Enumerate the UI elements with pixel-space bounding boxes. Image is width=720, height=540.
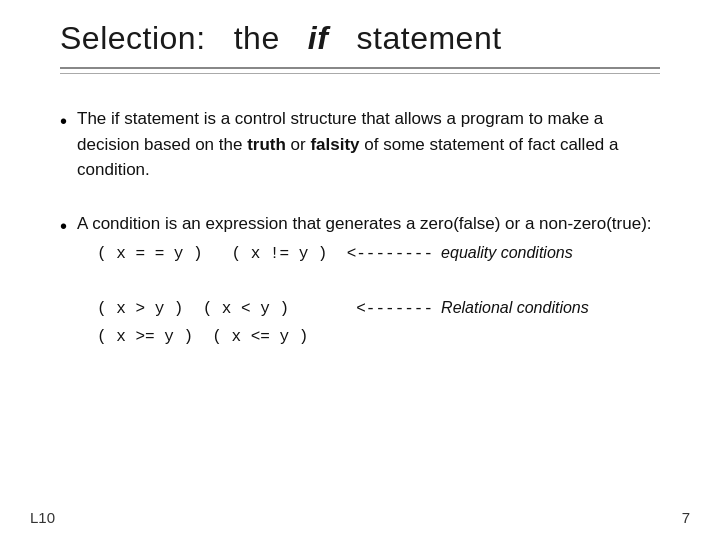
- title-suffix: statement: [357, 20, 502, 56]
- bullet-item-1: • The if statement is a control structur…: [60, 106, 660, 183]
- footer-right: 7: [682, 509, 690, 526]
- footer: L10 7: [30, 509, 690, 526]
- title-keyword: the: [234, 20, 280, 56]
- code-line-4: ( x >= y ) ( x <= y ): [97, 325, 652, 351]
- footer-left: L10: [30, 509, 55, 526]
- thin-divider: [60, 73, 660, 74]
- code-line-3: ( x > y ) ( x < y ) <-------Relational c…: [97, 295, 652, 323]
- bullet-item-2: • A condition is an expression that gene…: [60, 211, 660, 353]
- bullet-text-2: A condition is an expression that genera…: [77, 211, 652, 353]
- slide-container: Selection: the if statement • The if sta…: [0, 0, 720, 540]
- top-divider: [60, 67, 660, 69]
- title-area: Selection: the if statement: [60, 0, 660, 67]
- code-block: ( x = = y ) ( x != y ) <--------equality…: [97, 240, 652, 350]
- bullet-dot-1: •: [60, 107, 67, 135]
- slide-title: Selection: the if statement: [60, 20, 660, 57]
- bullet-text-1: The if statement is a control structure …: [77, 106, 660, 183]
- title-prefix: Selection:: [60, 20, 206, 56]
- bullet-dot-2: •: [60, 212, 67, 240]
- title-if: if: [308, 20, 329, 56]
- arrow-label-relational: Relational conditions: [441, 299, 589, 316]
- content-area: • The if statement is a control structur…: [60, 98, 660, 352]
- arrow-label-equality: equality conditions: [441, 244, 573, 261]
- code-line-1: ( x = = y ) ( x != y ) <--------equality…: [97, 240, 652, 268]
